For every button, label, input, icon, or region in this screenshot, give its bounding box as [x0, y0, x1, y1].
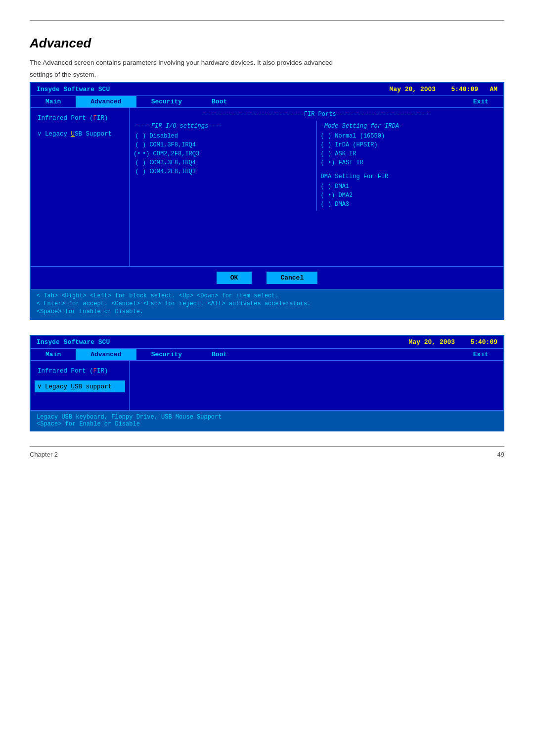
fir-option-com2[interactable]: ( •) COM2,2F8,IRQ3 — [134, 149, 312, 158]
mode-normal-label: ( ) Normal (16550) — [321, 133, 385, 140]
bios2-header-left: Insyde Software SCU — [37, 338, 110, 346]
dma2[interactable]: ( •) DMA2 — [321, 191, 500, 200]
bios2-body: Infrared Port (FIR) ∨ Legacy USB support — [31, 361, 503, 410]
bios2-time: 5:40:09 — [470, 338, 497, 346]
radio-com3: ( — [134, 159, 140, 166]
mode-fastir-label: ( •) FAST IR — [321, 159, 363, 166]
radio-com4: ( — [134, 168, 140, 175]
fir-io-title: -----FIR I/O settings---- — [134, 123, 312, 130]
bios1-footer-line3: <Space> for Enable or Disable. — [37, 308, 497, 315]
bios1-footer-line1: < Tab> <Right> <Left> for block select. … — [37, 292, 497, 299]
page-container: Advanced The Advanced screen contains pa… — [0, 0, 534, 756]
top-rule — [30, 20, 504, 21]
dma1[interactable]: ( ) DMA1 — [321, 182, 500, 191]
bios2-legacy-item[interactable]: ∨ Legacy USB support — [35, 380, 125, 392]
fir-disabled-label: ) Disabled — [142, 133, 178, 140]
bios2-nav-security[interactable]: Security — [136, 349, 197, 360]
bios1-footer-line2: < Enter> for accept. <Cancel> <Esc> for … — [37, 300, 497, 307]
bios1-date: May 20, 2003 — [390, 86, 436, 93]
bios1-main-panel: -----------------------------FIR Ports--… — [130, 108, 503, 266]
bios2-nav-boot[interactable]: Boot — [197, 349, 242, 360]
fir-mode-panel: -Mode Setting for IRDA- ( ) Normal (1655… — [317, 121, 504, 211]
mode-fastir[interactable]: ( •) FAST IR — [321, 158, 500, 167]
usb-highlight: U — [71, 131, 75, 138]
mode-irda[interactable]: ( ) IrDA (HPSIR) — [321, 141, 500, 149]
page-footer: Chapter 2 49 — [30, 451, 504, 458]
dma-title: DMA Setting For FIR — [321, 173, 500, 180]
bios-screen-2: Insyde Software SCU May 20, 2003 5:40:09… — [30, 335, 504, 431]
radio-com1: ( — [134, 142, 140, 148]
mode-askir-label: ( ) ASK IR — [321, 150, 356, 157]
dma2-label: ( •) DMA2 — [321, 192, 353, 199]
bios1-time: 5:40:09 — [451, 86, 478, 93]
bios2-infrared-item[interactable]: Infrared Port (FIR) — [35, 366, 125, 377]
dma3[interactable]: ( ) DMA3 — [321, 200, 500, 209]
bios1-header: Insyde Software SCU May 20, 2003 5:40:09… — [31, 83, 503, 96]
bios1-body: Infrared Port (FIR) ∨ Legacy USB Support… — [31, 108, 503, 266]
radio-com2: ( — [134, 150, 140, 157]
bios2-footer: Legacy USB keyboard, Floppy Drive, USB M… — [31, 410, 503, 430]
description-line1: The Advanced screen contains parameters … — [30, 58, 504, 68]
bios1-header-right: May 20, 2003 5:40:09 AM — [390, 86, 497, 93]
nav-main[interactable]: Main — [31, 96, 76, 107]
page-number: 49 — [497, 451, 504, 458]
radio-disabled: ( — [134, 133, 140, 140]
mode-askir[interactable]: ( ) ASK IR — [321, 149, 500, 158]
dma3-label: ( ) DMA3 — [321, 201, 350, 208]
fir-com1-label: ) COM1,3F8,IRQ4 — [142, 142, 196, 148]
bios2-footer-line1: Legacy USB keyboard, Floppy Drive, USB M… — [37, 414, 497, 421]
bios2-fir-highlight: F — [93, 368, 97, 375]
fir-option-disabled[interactable]: ( ) Disabled — [134, 132, 312, 141]
mode-normal[interactable]: ( ) Normal (16550) — [321, 132, 500, 141]
nav-advanced[interactable]: Advanced — [76, 96, 136, 107]
bios2-left-panel: Infrared Port (FIR) ∨ Legacy USB support — [31, 361, 130, 410]
bios2-right-panel — [130, 361, 503, 410]
bios2-footer-line2: <Space> for Enable or Disable — [37, 421, 497, 427]
bios1-footer: < Tab> <Right> <Left> for block select. … — [31, 289, 503, 319]
fir-com4-label: ) COM4,2E8,IRQ3 — [142, 168, 196, 175]
fir-option-com3[interactable]: ( ) COM3,3E8,IRQ4 — [134, 158, 312, 167]
bios2-usb-highlight: U — [71, 383, 75, 390]
bios1-nav: Main Advanced Security Boot Exit — [31, 96, 503, 108]
fir-io-panel: -----FIR I/O settings---- ( ) Disabled (… — [130, 121, 317, 211]
bios-screen-1: Insyde Software SCU May 20, 2003 5:40:09… — [30, 82, 504, 320]
infrared-port-item[interactable]: Infrared Port (FIR) — [35, 113, 125, 124]
bottom-rule — [30, 446, 504, 447]
nav-boot[interactable]: Boot — [197, 96, 242, 107]
fir-highlight: F — [93, 115, 97, 122]
fir-com2-label: •) COM2,2F8,IRQ3 — [142, 150, 199, 157]
mode-irda-label: ( ) IrDA (HPSIR) — [321, 142, 378, 148]
bios2-nav-advanced[interactable]: Advanced — [76, 349, 136, 360]
fir-option-com4[interactable]: ( ) COM4,2E8,IRQ3 — [134, 167, 312, 176]
ok-button[interactable]: OK — [217, 272, 252, 284]
fir-com3-label: ) COM3,3E8,IRQ4 — [142, 159, 196, 166]
bios1-left-panel: Infrared Port (FIR) ∨ Legacy USB Support — [31, 108, 130, 266]
chapter-label: Chapter 2 — [30, 451, 58, 458]
ok-cancel-row: OK Cancel — [31, 266, 503, 289]
nav-exit[interactable]: Exit — [458, 96, 503, 107]
fir-option-com1[interactable]: ( ) COM1,3F8,IRQ4 — [134, 141, 312, 149]
bios2-nav-main[interactable]: Main — [31, 349, 76, 360]
fir-section-header: -----------------------------FIR Ports--… — [130, 111, 503, 118]
bios2-nav-exit[interactable]: Exit — [458, 349, 503, 360]
legacy-usb-item[interactable]: ∨ Legacy USB Support — [35, 128, 125, 140]
bios2-nav: Main Advanced Security Boot Exit — [31, 349, 503, 361]
bios2-date: May 20, 2003 — [409, 338, 455, 346]
bios1-header-left: Insyde Software SCU — [37, 86, 110, 93]
description-line2: settings of the system. — [30, 70, 504, 80]
dma1-label: ( ) DMA1 — [321, 183, 350, 190]
fir-mode-title: -Mode Setting for IRDA- — [321, 123, 500, 130]
page-title: Advanced — [30, 36, 504, 51]
bios2-header-right: May 20, 2003 5:40:09 — [409, 338, 497, 346]
bios1-ampm: AM — [490, 86, 497, 93]
bios2-header: Insyde Software SCU May 20, 2003 5:40:09 — [31, 336, 503, 349]
cancel-button[interactable]: Cancel — [267, 272, 317, 284]
nav-security[interactable]: Security — [136, 96, 197, 107]
